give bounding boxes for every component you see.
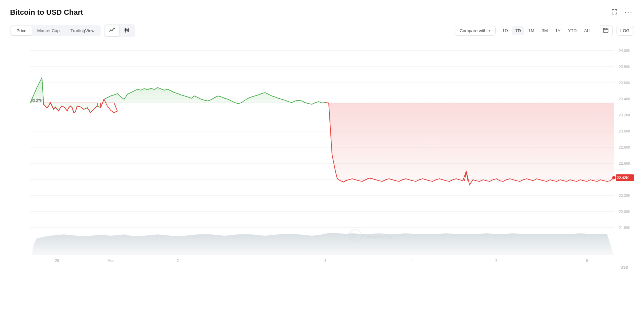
candlestick-chart-button[interactable] (120, 25, 134, 36)
y-label-2300k: 23.00K (619, 129, 631, 133)
range-all[interactable]: ALL (581, 26, 595, 35)
watermark-text: CoinMarketCap (362, 234, 393, 239)
y-label-2260k: 22.60K (619, 161, 631, 165)
compare-chevron-icon: ▾ (489, 29, 491, 33)
y-label-2280k: 22.80K (619, 145, 631, 149)
tab-tradingview[interactable]: TradingView (65, 26, 100, 35)
tab-market-cap[interactable]: Market Cap (32, 26, 65, 35)
tab-price[interactable]: Price (11, 26, 32, 35)
x-label-6: 6 (586, 259, 588, 263)
price-chart: 24.00K 23.80K 23.60K 23.40K 23.20K 23.00… (10, 41, 634, 295)
compare-with-button[interactable]: Compare with ▾ (455, 26, 496, 36)
range-7d[interactable]: 7D (512, 26, 524, 35)
calendar-button[interactable] (599, 25, 613, 36)
chart-style-group (104, 24, 135, 37)
x-label-28: 28 (55, 259, 59, 263)
y-label-2340k: 23.40K (619, 97, 631, 101)
chart-type-tabs: Price Market Cap TradingView (10, 25, 101, 36)
current-price-dot (612, 176, 615, 179)
svg-rect-4 (603, 28, 608, 33)
svg-rect-1 (125, 29, 126, 31)
chart-title: Bitcoin to USD Chart (10, 8, 83, 17)
range-1m[interactable]: 1M (525, 26, 538, 35)
range-buttons-group: 1D 7D 1M 3M 1Y YTD ALL (499, 26, 595, 35)
range-3m[interactable]: 3M (538, 26, 551, 35)
x-label-4: 4 (412, 259, 414, 263)
log-button[interactable]: LOG (616, 26, 634, 36)
y-label-2180k: 21.80K (619, 226, 631, 230)
x-label-mar: Mar (107, 259, 114, 263)
range-ytd[interactable]: YTD (564, 26, 580, 35)
y-label-2200k: 22.00K (619, 210, 631, 214)
y-label-2380k: 23.80K (619, 65, 631, 69)
x-label-5: 5 (495, 259, 497, 263)
expand-button[interactable] (610, 7, 619, 18)
more-options-button[interactable]: ··· (623, 7, 634, 18)
x-label-3: 3 (324, 259, 326, 263)
range-1d[interactable]: 1D (499, 26, 511, 35)
compare-with-label: Compare with (460, 28, 487, 33)
current-price-label: 22.42K (617, 176, 629, 180)
range-1y[interactable]: 1Y (552, 26, 564, 35)
y-label-2320k: 23.20K (619, 113, 631, 117)
y-label-24k: 24.00K (619, 49, 631, 53)
currency-label: USD (620, 265, 628, 269)
x-label-2: 2 (177, 259, 179, 263)
y-label-2360k: 23.60K (619, 81, 631, 85)
y-label-2220k: 22.20K (619, 193, 631, 198)
svg-text:₿: ₿ (353, 233, 355, 238)
line-chart-button[interactable] (105, 25, 119, 36)
